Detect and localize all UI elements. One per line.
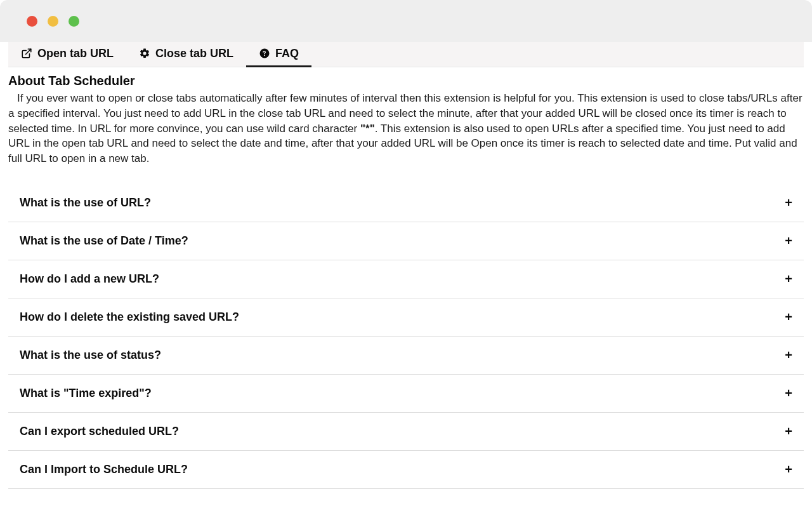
plus-icon: + [785,272,792,285]
faq-item[interactable]: How do I delete the existing saved URL? … [8,298,804,337]
faq-question: Can I export scheduled URL? [20,425,179,438]
faq-item[interactable]: What is the use of Date / Time? + [8,222,804,260]
question-circle-icon [259,48,270,59]
faq-item[interactable]: What is the use of URL? + [8,184,804,222]
about-title: About Tab Scheduler [8,74,804,88]
plus-icon: + [785,349,792,361]
svg-line-0 [26,49,31,54]
tab-label: Close tab URL [155,47,233,60]
plus-icon: + [785,196,792,209]
faq-list: What is the use of URL? + What is the us… [8,184,804,489]
faq-item[interactable]: What is the use of status? + [8,337,804,375]
plus-icon: + [785,311,792,323]
faq-question: What is the use of status? [20,349,161,362]
tab-close-url[interactable]: Close tab URL [126,42,246,67]
about-description: If you ever want to open or close tabs a… [8,91,804,166]
wildcard-hint: "*" [360,123,375,135]
faq-question: How do I delete the existing saved URL? [20,311,239,324]
gear-icon [139,48,150,59]
faq-question: What is the use of Date / Time? [20,234,188,248]
plus-icon: + [785,425,792,438]
tab-open-url[interactable]: Open tab URL [8,42,126,67]
faq-item[interactable]: How do I add a new URL? + [8,260,804,298]
tab-label: Open tab URL [37,47,114,60]
faq-question: What is the use of URL? [20,196,151,210]
faq-question: How do I add a new URL? [20,272,159,286]
plus-icon: + [785,234,792,247]
tab-label: FAQ [275,47,299,60]
faq-item[interactable]: Can I Import to Schedule URL? + [8,451,804,489]
faq-question: What is "Time expired"? [20,387,152,400]
external-link-icon [21,48,32,59]
window-maximize-button[interactable] [69,16,79,27]
faq-item[interactable]: Can I export scheduled URL? + [8,413,804,451]
tab-faq[interactable]: FAQ [246,42,311,67]
plus-icon: + [785,387,792,399]
faq-item[interactable]: What is "Time expired"? + [8,375,804,413]
window-minimize-button[interactable] [48,16,58,27]
about-section: About Tab Scheduler If you ever want to … [8,67,804,178]
tab-bar: Open tab URL Close tab URL FAQ [8,42,804,67]
plus-icon: + [785,463,792,476]
window-titlebar [0,0,812,42]
window-close-button[interactable] [27,16,37,27]
faq-question: Can I Import to Schedule URL? [20,463,188,476]
